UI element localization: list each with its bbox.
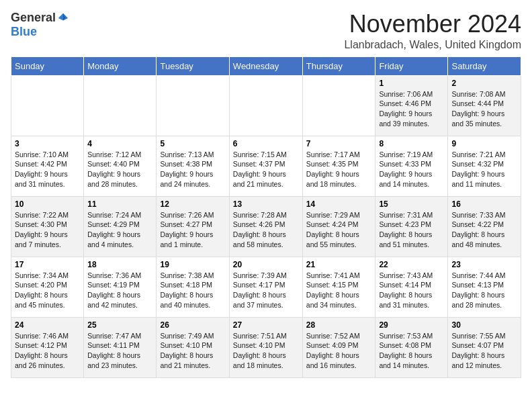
calendar-cell: 26Sunrise: 7:49 AM Sunset: 4:10 PM Dayli…	[157, 317, 229, 377]
calendar-cell	[11, 75, 84, 136]
calendar-cell: 16Sunrise: 7:33 AM Sunset: 4:22 PM Dayli…	[448, 196, 521, 257]
day-number: 4	[87, 139, 152, 148]
day-number: 11	[87, 199, 152, 209]
weekday-header-saturday: Saturday	[448, 56, 521, 75]
day-info: Sunrise: 7:22 AM Sunset: 4:30 PM Dayligh…	[15, 210, 80, 250]
weekday-header-friday: Friday	[375, 56, 448, 75]
day-number: 19	[160, 260, 225, 269]
calendar-cell: 12Sunrise: 7:26 AM Sunset: 4:27 PM Dayli…	[157, 196, 229, 257]
calendar-cell: 6Sunrise: 7:15 AM Sunset: 4:37 PM Daylig…	[229, 136, 302, 196]
calendar-cell	[302, 75, 375, 136]
day-info: Sunrise: 7:43 AM Sunset: 4:14 PM Dayligh…	[379, 271, 444, 310]
day-number: 7	[306, 139, 372, 148]
calendar: SundayMondayTuesdayWednesdayThursdayFrid…	[11, 56, 521, 378]
title-area: November 2024 Llanbradach, Wales, United…	[344, 11, 521, 51]
calendar-cell: 25Sunrise: 7:47 AM Sunset: 4:11 PM Dayli…	[84, 317, 157, 377]
day-info: Sunrise: 7:21 AM Sunset: 4:32 PM Dayligh…	[451, 150, 517, 189]
calendar-cell: 22Sunrise: 7:43 AM Sunset: 4:14 PM Dayli…	[375, 257, 448, 317]
location-title: Llanbradach, Wales, United Kingdom	[344, 39, 521, 51]
week-row-0: 1Sunrise: 7:06 AM Sunset: 4:46 PM Daylig…	[11, 75, 521, 136]
day-info: Sunrise: 7:28 AM Sunset: 4:26 PM Dayligh…	[233, 210, 299, 250]
logo-icon	[57, 12, 69, 24]
day-info: Sunrise: 7:29 AM Sunset: 4:24 PM Dayligh…	[306, 210, 372, 250]
weekday-header-sunday: Sunday	[11, 56, 84, 75]
week-row-1: 3Sunrise: 7:10 AM Sunset: 4:42 PM Daylig…	[11, 136, 521, 196]
day-info: Sunrise: 7:41 AM Sunset: 4:15 PM Dayligh…	[306, 271, 372, 310]
day-number: 20	[233, 260, 299, 269]
day-info: Sunrise: 7:38 AM Sunset: 4:18 PM Dayligh…	[160, 271, 225, 310]
day-info: Sunrise: 7:08 AM Sunset: 4:44 PM Dayligh…	[451, 89, 517, 129]
calendar-cell: 18Sunrise: 7:36 AM Sunset: 4:19 PM Dayli…	[84, 257, 157, 317]
header-area: General Blue November 2024 Llanbradach, …	[11, 11, 521, 51]
day-info: Sunrise: 7:15 AM Sunset: 4:37 PM Dayligh…	[233, 150, 299, 189]
calendar-cell: 30Sunrise: 7:55 AM Sunset: 4:07 PM Dayli…	[448, 317, 521, 377]
day-number: 6	[233, 139, 299, 148]
day-number: 5	[160, 139, 225, 148]
day-info: Sunrise: 7:53 AM Sunset: 4:08 PM Dayligh…	[379, 331, 444, 371]
calendar-cell: 27Sunrise: 7:51 AM Sunset: 4:10 PM Dayli…	[229, 317, 302, 377]
day-number: 2	[451, 79, 517, 88]
day-info: Sunrise: 7:19 AM Sunset: 4:33 PM Dayligh…	[379, 150, 444, 189]
weekday-header-wednesday: Wednesday	[229, 56, 302, 75]
day-number: 29	[379, 320, 444, 330]
day-number: 15	[379, 199, 444, 209]
calendar-cell: 15Sunrise: 7:31 AM Sunset: 4:23 PM Dayli…	[375, 196, 448, 257]
weekday-header-tuesday: Tuesday	[157, 56, 229, 75]
day-info: Sunrise: 7:51 AM Sunset: 4:10 PM Dayligh…	[233, 331, 299, 371]
logo-blue: Blue	[11, 25, 37, 39]
day-info: Sunrise: 7:10 AM Sunset: 4:42 PM Dayligh…	[15, 150, 80, 189]
calendar-cell: 17Sunrise: 7:34 AM Sunset: 4:20 PM Dayli…	[11, 257, 84, 317]
calendar-cell: 9Sunrise: 7:21 AM Sunset: 4:32 PM Daylig…	[448, 136, 521, 196]
week-row-3: 17Sunrise: 7:34 AM Sunset: 4:20 PM Dayli…	[11, 257, 521, 317]
logo: General Blue	[11, 11, 69, 39]
day-number: 14	[306, 199, 372, 209]
calendar-cell: 5Sunrise: 7:13 AM Sunset: 4:38 PM Daylig…	[157, 136, 229, 196]
day-info: Sunrise: 7:33 AM Sunset: 4:22 PM Dayligh…	[451, 210, 517, 250]
day-info: Sunrise: 7:49 AM Sunset: 4:10 PM Dayligh…	[160, 331, 225, 371]
day-info: Sunrise: 7:17 AM Sunset: 4:35 PM Dayligh…	[306, 150, 372, 189]
calendar-cell: 7Sunrise: 7:17 AM Sunset: 4:35 PM Daylig…	[302, 136, 375, 196]
week-row-2: 10Sunrise: 7:22 AM Sunset: 4:30 PM Dayli…	[11, 196, 521, 257]
day-info: Sunrise: 7:52 AM Sunset: 4:09 PM Dayligh…	[306, 331, 372, 371]
weekday-header-thursday: Thursday	[302, 56, 375, 75]
day-number: 18	[87, 260, 152, 269]
day-number: 12	[160, 199, 225, 209]
calendar-cell: 14Sunrise: 7:29 AM Sunset: 4:24 PM Dayli…	[302, 196, 375, 257]
logo-general: General	[11, 11, 56, 25]
weekday-header-row: SundayMondayTuesdayWednesdayThursdayFrid…	[11, 56, 521, 75]
calendar-cell	[84, 75, 157, 136]
day-info: Sunrise: 7:31 AM Sunset: 4:23 PM Dayligh…	[379, 210, 444, 250]
day-info: Sunrise: 7:46 AM Sunset: 4:12 PM Dayligh…	[15, 331, 80, 371]
calendar-cell: 1Sunrise: 7:06 AM Sunset: 4:46 PM Daylig…	[375, 75, 448, 136]
day-number: 1	[379, 79, 444, 88]
day-number: 16	[451, 199, 517, 209]
calendar-cell	[157, 75, 229, 136]
calendar-cell: 24Sunrise: 7:46 AM Sunset: 4:12 PM Dayli…	[11, 317, 84, 377]
day-number: 28	[306, 320, 372, 330]
calendar-cell: 29Sunrise: 7:53 AM Sunset: 4:08 PM Dayli…	[375, 317, 448, 377]
day-info: Sunrise: 7:36 AM Sunset: 4:19 PM Dayligh…	[87, 271, 152, 310]
day-number: 10	[15, 199, 80, 209]
week-row-4: 24Sunrise: 7:46 AM Sunset: 4:12 PM Dayli…	[11, 317, 521, 377]
weekday-header-monday: Monday	[84, 56, 157, 75]
day-number: 21	[306, 260, 372, 269]
calendar-cell: 4Sunrise: 7:12 AM Sunset: 4:40 PM Daylig…	[84, 136, 157, 196]
day-info: Sunrise: 7:44 AM Sunset: 4:13 PM Dayligh…	[451, 271, 517, 310]
day-number: 27	[233, 320, 299, 330]
calendar-cell: 19Sunrise: 7:38 AM Sunset: 4:18 PM Dayli…	[157, 257, 229, 317]
day-number: 17	[15, 260, 80, 269]
calendar-cell: 23Sunrise: 7:44 AM Sunset: 4:13 PM Dayli…	[448, 257, 521, 317]
calendar-cell	[229, 75, 302, 136]
day-info: Sunrise: 7:06 AM Sunset: 4:46 PM Dayligh…	[379, 89, 444, 129]
calendar-cell: 20Sunrise: 7:39 AM Sunset: 4:17 PM Dayli…	[229, 257, 302, 317]
calendar-cell: 28Sunrise: 7:52 AM Sunset: 4:09 PM Dayli…	[302, 317, 375, 377]
calendar-cell: 2Sunrise: 7:08 AM Sunset: 4:44 PM Daylig…	[448, 75, 521, 136]
day-info: Sunrise: 7:24 AM Sunset: 4:29 PM Dayligh…	[87, 210, 152, 250]
day-info: Sunrise: 7:34 AM Sunset: 4:20 PM Dayligh…	[15, 271, 80, 310]
calendar-cell: 8Sunrise: 7:19 AM Sunset: 4:33 PM Daylig…	[375, 136, 448, 196]
day-number: 23	[451, 260, 517, 269]
calendar-cell: 11Sunrise: 7:24 AM Sunset: 4:29 PM Dayli…	[84, 196, 157, 257]
day-info: Sunrise: 7:55 AM Sunset: 4:07 PM Dayligh…	[451, 331, 517, 371]
calendar-cell: 13Sunrise: 7:28 AM Sunset: 4:26 PM Dayli…	[229, 196, 302, 257]
logo-text: General	[11, 11, 69, 25]
